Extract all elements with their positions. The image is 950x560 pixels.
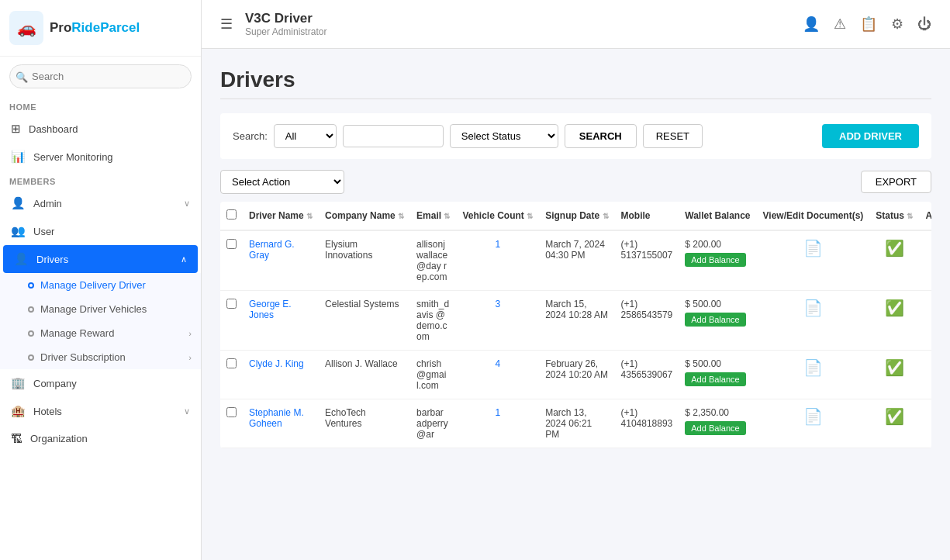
sidebar-item-label: Hotels [33,406,62,417]
add-driver-button[interactable]: ADD DRIVER [822,124,919,148]
wallet-amount: $ 500.00 [685,299,750,309]
search-icon: 🔍 [16,71,28,82]
filters-row: Search: All Name Email Mobile Select Sta… [220,113,931,159]
sidebar-item-dashboard[interactable]: ⊞ Dashboard [0,115,201,143]
add-balance-button[interactable]: Add Balance [685,421,745,435]
col-company-name: Company Name ⇅ [319,202,410,230]
mobile: (+1) 5137155007 [615,230,679,291]
sidebar-item-server-monitoring[interactable]: 📊 Server Monitoring [0,143,201,171]
alert-icon[interactable]: ⚠ [834,16,846,33]
search-input[interactable] [343,125,444,147]
topbar-left: ☰ V3C Driver Super Administrator [220,11,326,37]
search-button[interactable]: SEARCH [565,124,637,148]
sub-item-label: Driver Subscription [40,351,126,363]
row-checkbox[interactable] [226,299,237,309]
col-vehicle-count: Vehicle Count ⇅ [456,202,539,230]
admin-icon: 👤 [11,196,26,210]
document-icon[interactable]: 📋 [860,16,877,33]
drivers-subitems: Manage Delivery Driver Manage Driver Veh… [0,273,201,369]
driver-name-link[interactable]: Stephanie M. Goheen [249,407,304,429]
sub-item-label: Manage Driver Vehicles [40,303,147,315]
menu-icon[interactable]: ☰ [220,16,233,33]
action-select[interactable]: Select Action Delete Selected Activate S… [220,170,344,194]
user-profile-icon[interactable]: 👤 [803,16,820,33]
dashboard-icon: ⊞ [11,122,21,136]
status-active-icon: ✅ [885,359,904,376]
sidebar-item-company[interactable]: 🏢 Company [0,369,201,397]
sub-item-label: Manage Delivery Driver [40,279,146,291]
drivers-icon: 👤 [14,252,29,266]
organization-icon: 🏗 [11,432,22,445]
reset-button[interactable]: RESET [643,124,703,148]
document-view-icon[interactable]: 📄 [803,240,823,257]
company-name: Celestial Systems [319,291,410,351]
add-balance-button[interactable]: Add Balance [685,313,745,327]
topbar: ☰ V3C Driver Super Administrator 👤 ⚠ 📋 ⚙… [202,0,950,49]
sidebar-logo: 🚗 ProRideParcel [0,0,201,57]
status-select[interactable]: Select Status Active Inactive Pending [450,124,558,148]
drivers-table: Driver Name ⇅ Company Name ⇅ Email ⇅ Veh… [220,202,931,448]
driver-name-link[interactable]: Clyde J. King [249,358,304,369]
page-divider [220,99,931,99]
server-monitoring-icon: 📊 [11,150,26,164]
document-view-icon[interactable]: 📄 [803,359,823,376]
chevron-down-icon: ∨ [184,199,190,209]
wallet-amount: $ 2,350.00 [685,407,750,418]
select-all-checkbox[interactable] [226,209,237,220]
vehicle-count-link[interactable]: 4 [495,358,500,369]
chevron-right-icon: › [188,353,192,362]
content-area: Drivers Search: All Name Email Mobile Se… [202,49,950,560]
chevron-down-icon: ∨ [184,406,190,417]
document-view-icon[interactable]: 📄 [803,408,823,425]
document-view-icon[interactable]: 📄 [803,299,823,316]
email: allisonj wallace@day rep.com [410,230,456,291]
sidebar-item-admin[interactable]: 👤 Admin ∨ [0,189,201,217]
sidebar-item-label: Server Monitoring [33,151,113,163]
chevron-right-icon: › [188,329,192,338]
add-balance-button[interactable]: Add Balance [685,372,745,386]
table-row: Clyde J. King Allison J. Wallace chrish … [220,351,931,399]
power-icon[interactable]: ⏻ [917,16,931,33]
sidebar-item-drivers[interactable]: 👤 Drivers ∧ [3,245,198,273]
email: smith_davis @demo.com [410,291,456,351]
vehicle-count-link[interactable]: 1 [495,239,500,250]
sidebar-section-title: MEMBERS [0,171,201,189]
sidebar-item-label: Company [33,378,77,389]
row-checkbox[interactable] [226,239,237,249]
sidebar-search-input[interactable] [9,64,192,88]
export-button[interactable]: EXPORT [861,171,931,193]
hotels-icon: 🏨 [11,404,26,418]
sidebar-item-manage-driver-vehicles[interactable]: Manage Driver Vehicles [0,297,201,321]
sub-item-label: Manage Reward [40,327,114,339]
sidebar-item-organization[interactable]: 🏗 Organization [0,425,201,452]
sidebar-item-manage-reward[interactable]: Manage Reward › [0,321,201,345]
topbar-subtitle: Super Administrator [245,26,326,37]
col-wallet-balance: Wallet Balance [679,202,756,230]
dot-icon [28,282,34,289]
sidebar: 🚗 ProRideParcel 🔍 HOME ⊞ Dashboard 📊 Ser… [0,0,202,560]
sidebar-item-label: Dashboard [29,123,78,135]
sidebar-item-manage-delivery-driver[interactable]: Manage Delivery Driver [0,273,201,297]
mobile: (+1) 4104818893 [615,399,679,448]
add-balance-button[interactable]: Add Balance [685,253,745,267]
actions-row: Select Action Delete Selected Activate S… [220,170,931,194]
sidebar-item-user[interactable]: 👥 User [0,217,201,245]
driver-name-link[interactable]: Bernard G. Gray [249,239,295,261]
table-row: Stephanie M. Goheen EchoTech Ventures ba… [220,399,931,448]
table-row: George E. Jones Celestial Systems smith_… [220,291,931,351]
sidebar-search-wrapper: 🔍 [0,57,201,96]
company-name: EchoTech Ventures [319,399,410,448]
driver-name-link[interactable]: George E. Jones [249,299,292,320]
mobile: (+1) 2586543579 [615,291,679,351]
settings-icon[interactable]: ⚙ [891,16,903,33]
vehicle-count-link[interactable]: 1 [495,407,500,418]
row-checkbox[interactable] [226,407,237,417]
sidebar-item-driver-subscription[interactable]: Driver Subscription › [0,345,201,369]
signup-date: March 15, 2024 10:28 AM [539,291,614,351]
sidebar-item-hotels[interactable]: 🏨 Hotels ∨ [0,397,201,425]
search-category-select[interactable]: All Name Email Mobile [274,124,337,148]
row-checkbox[interactable] [226,358,237,368]
main-content: ☰ V3C Driver Super Administrator 👤 ⚠ 📋 ⚙… [202,0,950,560]
vehicle-count-link[interactable]: 3 [495,299,500,309]
sidebar-item-label: Drivers [36,254,68,265]
